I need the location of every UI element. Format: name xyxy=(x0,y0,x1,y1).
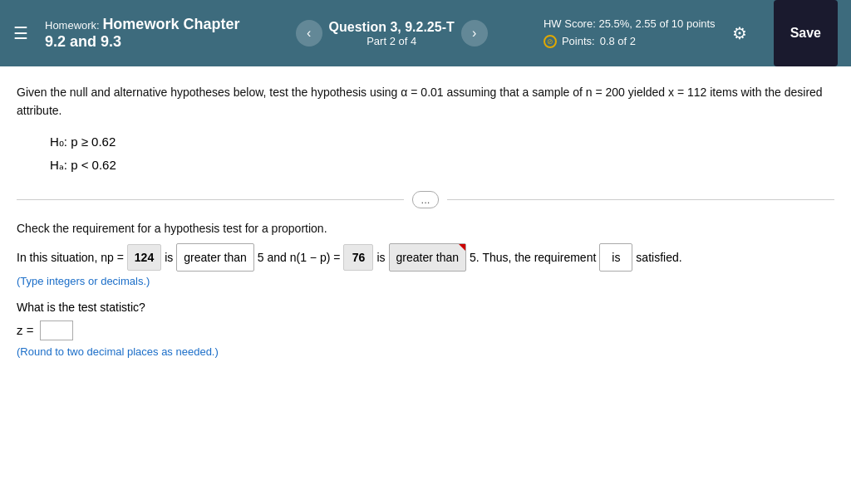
chapter-subtitle: 9.2 and 9.3 xyxy=(45,33,239,51)
ha-line: Hₐ: p < 0.62 xyxy=(50,154,834,178)
homework-label: Homework: Homework Chapter xyxy=(45,16,239,33)
question-info: Question 3, 9.2.25-T Part 2 of 4 xyxy=(329,20,455,47)
np-value-box: 124 xyxy=(127,244,161,271)
menu-icon[interactable]: ☰ xyxy=(13,23,28,43)
line-prefix: In this situation, np = xyxy=(17,246,124,269)
type-hint: (Type integers or decimals.) xyxy=(17,275,834,287)
next-question-button[interactable]: › xyxy=(461,20,488,46)
test-stat-label: What is the test statistic? xyxy=(17,301,834,314)
points-icon: ⊘ xyxy=(544,35,557,48)
header-score-block: HW Score: 25.5%, 2.55 of 10 points ⊘ Poi… xyxy=(544,16,716,51)
round-hint: (Round to two decimal places as needed.) xyxy=(17,345,834,358)
is3-dropdown[interactable]: is xyxy=(599,243,632,272)
is1-text: is xyxy=(165,246,173,269)
greater-than-1-dropdown[interactable]: greater than xyxy=(176,243,254,272)
greater-than-2-dropdown[interactable]: greater than xyxy=(389,243,467,272)
z-input-row: z = xyxy=(17,321,834,340)
hw-score: HW Score: 25.5%, 2.55 of 10 points xyxy=(544,16,716,33)
ha-text: Hₐ: p < 0.62 xyxy=(50,154,116,178)
divider-line-left xyxy=(17,199,404,200)
gear-button[interactable]: ⚙ xyxy=(732,23,747,43)
z-input[interactable] xyxy=(40,321,73,340)
points-line: ⊘ Points: 0.8 of 2 xyxy=(544,33,716,51)
satisfied-text: satisfied. xyxy=(636,246,681,269)
divider: ... xyxy=(17,191,834,208)
check-requirement-line: In this situation, np = 124 is greater t… xyxy=(17,243,834,272)
prev-question-button[interactable]: ‹ xyxy=(296,20,322,46)
question-part: Part 2 of 4 xyxy=(329,35,455,47)
section1-title: Check the requirement for a hypothesis t… xyxy=(17,222,834,235)
is2-text: is xyxy=(376,246,385,269)
header-title-block: Homework: Homework Chapter 9.2 and 9.3 xyxy=(45,16,239,51)
red-corner-indicator xyxy=(459,244,465,251)
hypothesis-block: H₀: p ≥ 0.62 Hₐ: p < 0.62 xyxy=(50,130,834,178)
save-button[interactable]: Save xyxy=(774,0,838,66)
divider-dots: ... xyxy=(412,191,440,208)
val1-text: 5 and n(1 − p) = xyxy=(258,246,341,269)
question-title: Question 3, 9.2.25-T xyxy=(329,20,455,35)
h0-line: H₀: p ≥ 0.62 xyxy=(50,130,834,154)
nq-value-box: 76 xyxy=(343,244,373,271)
divider-line-right xyxy=(447,199,834,200)
header-nav: ‹ Question 3, 9.2.25-T Part 2 of 4 › xyxy=(249,20,534,47)
z-label: z = xyxy=(17,323,33,337)
problem-statement: Given the null and alternative hypothese… xyxy=(17,83,834,120)
header: ☰ Homework: Homework Chapter 9.2 and 9.3… xyxy=(0,0,851,66)
main-content: Given the null and alternative hypothese… xyxy=(0,66,851,504)
val2-text: 5. Thus, the requirement xyxy=(470,246,596,269)
h0-text: H₀: p ≥ 0.62 xyxy=(50,130,116,154)
